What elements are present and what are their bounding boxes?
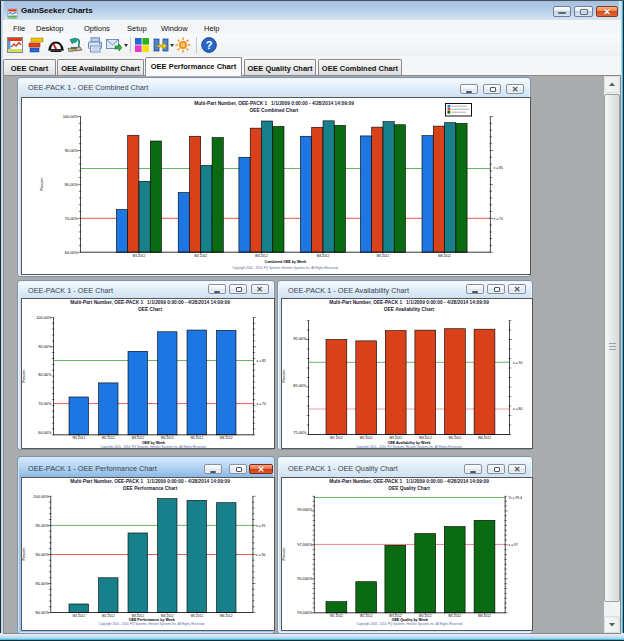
- svg-text:x = 80: x = 80: [513, 407, 522, 411]
- svg-text:Multi-Part Number, OEE-PACK 1: Multi-Part Number, OEE-PACK 1 1/1/2009 0…: [70, 300, 230, 305]
- svg-text:W4 2012: W4 2012: [161, 436, 174, 440]
- svg-text:Percent: Percent: [22, 369, 26, 383]
- svg-text:Combined OEE by Week: Combined OEE by Week: [265, 260, 307, 264]
- svg-text:W1 2012: W1 2012: [72, 436, 85, 440]
- svg-text:Percent: Percent: [22, 547, 26, 561]
- svg-text:W4 2012: W4 2012: [161, 614, 174, 618]
- svg-text:W1 2012: W1 2012: [330, 436, 343, 440]
- svg-text:OEE Availability Chart: OEE Availability Chart: [384, 307, 435, 312]
- svg-text:W3 2012: W3 2012: [131, 436, 144, 440]
- svg-text:95.000%: 95.000%: [297, 577, 313, 581]
- svg-text:W3 2012: W3 2012: [389, 614, 402, 618]
- svg-text:W3 2012: W3 2012: [131, 614, 144, 618]
- svg-text:95.00%: 95.00%: [293, 336, 307, 341]
- svg-text:x = 90: x = 90: [256, 553, 265, 557]
- svg-text:W6 2012: W6 2012: [478, 436, 491, 440]
- svg-text:85.00%: 85.00%: [293, 383, 307, 388]
- svg-text:?: ?: [206, 39, 213, 51]
- svg-text:W5 2012: W5 2012: [190, 436, 203, 440]
- svg-text:x = 70: x = 70: [494, 217, 503, 221]
- svg-text:W5 2012: W5 2012: [190, 614, 203, 618]
- svg-text:W5 2012: W5 2012: [449, 436, 462, 440]
- svg-text:W6 2012: W6 2012: [220, 614, 233, 618]
- svg-text:Percent: Percent: [282, 369, 286, 383]
- svg-text:W3 2012: W3 2012: [255, 254, 268, 258]
- svg-text:Copyright 2005 - 2014, PQ Syst: Copyright 2005 - 2014, PQ Systems. Hertz…: [99, 622, 205, 626]
- svg-text:% = 99.4: % = 99.4: [509, 496, 523, 500]
- svg-text:Multi-Part Number, OEE-PACK 1: Multi-Part Number, OEE-PACK 1 1/1/2009 0…: [70, 479, 230, 484]
- svg-text:x = 85: x = 85: [257, 359, 266, 363]
- svg-text:60.00%: 60.00%: [65, 250, 79, 255]
- svg-text:W5 2012: W5 2012: [376, 254, 389, 258]
- svg-text:Percent: Percent: [40, 177, 44, 191]
- svg-text:85.00%: 85.00%: [35, 581, 49, 586]
- svg-text:Copyright 2005 - 2014, PQ Syst: Copyright 2005 - 2014, PQ Systems. Hertz…: [232, 266, 338, 270]
- svg-text:W4 2012: W4 2012: [419, 436, 432, 440]
- svg-text:W1 2012: W1 2012: [330, 614, 343, 618]
- svg-text:W2 2012: W2 2012: [360, 436, 373, 440]
- svg-text:60.00%: 60.00%: [38, 430, 52, 435]
- svg-text:W6 2012: W6 2012: [438, 254, 451, 258]
- svg-text:OEE Quality Chart: OEE Quality Chart: [388, 486, 430, 491]
- svg-text:Copyright 2005 - 2014, PQ Syst: Copyright 2005 - 2014, PQ Systems. Hertz…: [356, 445, 462, 449]
- svg-text:100.00%: 100.00%: [36, 315, 52, 320]
- svg-text:75.00%: 75.00%: [293, 430, 307, 435]
- svg-text:99.000%: 99.000%: [297, 508, 313, 512]
- svg-text:x = 97: x = 97: [509, 543, 518, 547]
- svg-text:x = 95: x = 95: [256, 524, 265, 528]
- svg-text:70.00%: 70.00%: [65, 216, 79, 221]
- svg-text:90.00%: 90.00%: [65, 148, 79, 153]
- svg-text:100.00%: 100.00%: [63, 114, 79, 119]
- svg-text:W4 2012: W4 2012: [419, 614, 432, 618]
- svg-text:70.00%: 70.00%: [38, 401, 52, 406]
- svg-text:W3 2012: W3 2012: [389, 436, 402, 440]
- svg-text:W2 2012: W2 2012: [194, 254, 207, 258]
- svg-text:W1 2012: W1 2012: [72, 614, 85, 618]
- svg-text:W6 2012: W6 2012: [478, 614, 491, 618]
- svg-text:W2 2012: W2 2012: [102, 436, 115, 440]
- svg-text:W2 2012: W2 2012: [360, 614, 373, 618]
- svg-text:Percent: Percent: [282, 547, 286, 561]
- svg-text:100.00%: 100.00%: [33, 494, 49, 499]
- svg-text:80.00%: 80.00%: [35, 610, 49, 615]
- svg-text:W6 2012: W6 2012: [220, 436, 233, 440]
- svg-text:97.000%: 97.000%: [297, 543, 313, 547]
- svg-text:90.00%: 90.00%: [38, 344, 52, 349]
- svg-text:Copyright 2005 - 2014, PQ Syst: Copyright 2005 - 2014, PQ Systems. Hertz…: [100, 445, 206, 449]
- svg-text:80.00%: 80.00%: [65, 182, 79, 187]
- svg-text:x = 90: x = 90: [513, 361, 522, 365]
- svg-text:W4 2012: W4 2012: [316, 254, 329, 258]
- svg-text:Multi-Part Number, OEE-PACK 1: Multi-Part Number, OEE-PACK 1 1/1/2009 0…: [329, 300, 489, 305]
- svg-text:95.00%: 95.00%: [35, 523, 49, 528]
- svg-text:x = 85: x = 85: [494, 166, 503, 170]
- svg-text:OEE Performance Chart: OEE Performance Chart: [123, 486, 178, 491]
- svg-text:90.00%: 90.00%: [35, 552, 49, 557]
- svg-text:W5 2012: W5 2012: [448, 614, 461, 618]
- svg-text:x = 70: x = 70: [257, 402, 266, 406]
- svg-text:W1 2012: W1 2012: [132, 254, 145, 258]
- svg-text:OEE Chart: OEE Chart: [138, 307, 162, 312]
- svg-text:W2 2012: W2 2012: [102, 614, 115, 618]
- svg-text:93.000%: 93.000%: [297, 611, 313, 615]
- svg-text:Multi-Part Number, OEE-PACK 1: Multi-Part Number, OEE-PACK 1 1/1/2009 0…: [194, 101, 354, 106]
- svg-text:Multi-Part Number, OEE-PACK 1: Multi-Part Number, OEE-PACK 1 1/1/2009 0…: [329, 479, 489, 484]
- svg-text:OEE Combined Chart: OEE Combined Chart: [250, 108, 299, 113]
- svg-text:80.00%: 80.00%: [38, 372, 52, 377]
- svg-text:Copyright 2005 - 2014, PQ Syst: Copyright 2005 - 2014, PQ Systems. Hertz…: [357, 622, 463, 626]
